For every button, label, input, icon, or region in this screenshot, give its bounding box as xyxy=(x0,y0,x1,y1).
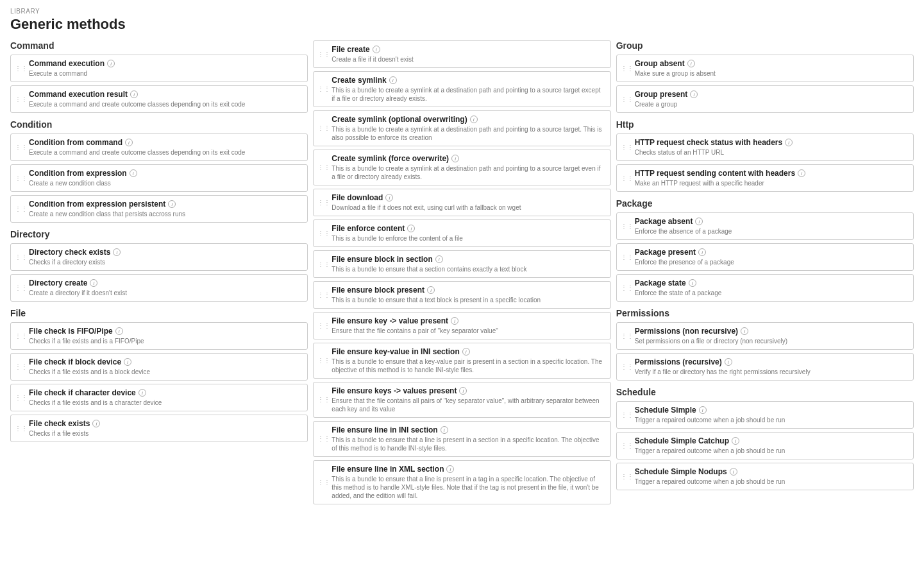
method-card[interactable]: ⋮⋮Directory check existsiChecks if a dir… xyxy=(10,243,308,271)
method-desc: Checks if a file exists xyxy=(29,429,302,438)
method-name-text: File check if character device xyxy=(29,388,136,397)
info-icon[interactable]: i xyxy=(130,169,137,177)
info-icon[interactable]: i xyxy=(389,76,397,84)
method-card[interactable]: ⋮⋮Schedule SimpleiTrigger a repaired out… xyxy=(616,401,914,429)
info-icon[interactable]: i xyxy=(107,60,115,67)
info-icon[interactable]: i xyxy=(699,406,707,414)
method-desc: Create a new condition class that persis… xyxy=(29,210,302,218)
method-card[interactable]: ⋮⋮Create symlink (force overwrite)iThis … xyxy=(313,150,610,185)
method-card[interactable]: ⋮⋮Directory createiCreate a directory if… xyxy=(10,274,308,302)
method-card[interactable]: ⋮⋮Condition from expressioniCreate a new… xyxy=(10,164,308,192)
method-card[interactable]: ⋮⋮File check is FIFO/PipeiChecks if a fi… xyxy=(10,322,308,350)
method-desc: Download a file if it does not exit, usi… xyxy=(332,203,605,212)
drag-handle-icon: ⋮⋮ xyxy=(621,96,634,103)
method-card[interactable]: ⋮⋮File ensure key-value in INI sectioniT… xyxy=(313,343,610,379)
method-name: Permissions (recursive)i xyxy=(635,357,908,366)
method-name: File ensure line in INI sectioni xyxy=(332,425,605,434)
method-name-text: Create symlink (optional overwriting) xyxy=(332,115,467,124)
drag-handle-icon: ⋮⋮ xyxy=(15,175,28,182)
method-name-text: File ensure key-value in INI section xyxy=(332,347,459,356)
method-desc: Enforce the state of a package xyxy=(635,289,908,297)
method-card[interactable]: ⋮⋮Schedule Simple CatchupiTrigger a repa… xyxy=(616,432,914,459)
method-name: Permissions (non recursive)i xyxy=(635,327,908,336)
info-icon[interactable]: i xyxy=(470,116,478,123)
method-name: HTTP request check status with headersi xyxy=(635,138,908,147)
method-desc: Trigger a repaired outcome when a job sh… xyxy=(635,447,908,455)
method-card[interactable]: ⋮⋮File check existsiChecks if a file exi… xyxy=(10,415,308,442)
info-icon[interactable]: i xyxy=(732,437,739,445)
method-card[interactable]: ⋮⋮File ensure key -> value presentiEnsur… xyxy=(313,312,610,339)
info-icon[interactable]: i xyxy=(730,468,737,476)
method-card[interactable]: ⋮⋮Permissions (recursive)iVerify if a fi… xyxy=(616,353,914,381)
method-card[interactable]: ⋮⋮Group presentiCreate a group xyxy=(616,85,914,113)
method-card[interactable]: ⋮⋮File downloadiDownload a file if it do… xyxy=(313,189,610,216)
method-card[interactable]: ⋮⋮HTTP request sending content with head… xyxy=(616,164,914,192)
info-icon[interactable]: i xyxy=(130,90,138,98)
method-card[interactable]: ⋮⋮Permissions (non recursive)iSet permis… xyxy=(616,322,914,350)
method-desc: Enforce the absence of a package xyxy=(635,227,908,236)
section-heading-condition: Condition xyxy=(10,119,308,130)
info-icon[interactable]: i xyxy=(407,225,415,232)
method-card[interactable]: ⋮⋮File ensure keys -> values presentiEns… xyxy=(313,382,610,418)
method-card[interactable]: ⋮⋮File check if block deviceiChecks if a… xyxy=(10,353,308,381)
info-icon[interactable]: i xyxy=(451,317,458,325)
method-name-text: Condition from expression xyxy=(29,169,127,178)
info-icon[interactable]: i xyxy=(798,169,805,177)
info-icon[interactable]: i xyxy=(168,200,176,208)
method-card[interactable]: ⋮⋮Create symlink (optional overwriting)i… xyxy=(313,110,610,146)
info-icon[interactable]: i xyxy=(741,327,748,335)
method-card[interactable]: ⋮⋮HTTP request check status with headers… xyxy=(616,133,914,161)
method-card[interactable]: ⋮⋮Condition from expression persistentiC… xyxy=(10,195,308,223)
drag-handle-icon: ⋮⋮ xyxy=(317,86,330,92)
info-icon[interactable]: i xyxy=(698,248,706,256)
method-card[interactable]: ⋮⋮File enforce contentiThis is a bundle … xyxy=(313,219,610,247)
method-card[interactable]: ⋮⋮File ensure block presentiThis is a bu… xyxy=(313,281,610,309)
method-card[interactable]: ⋮⋮File createiCreate a file if it doesn'… xyxy=(313,40,610,68)
method-card[interactable]: ⋮⋮Schedule Simple NodupsiTrigger a repai… xyxy=(616,463,914,490)
section-heading-file: File xyxy=(10,308,308,318)
info-icon[interactable]: i xyxy=(446,465,454,473)
drag-handle-icon: ⋮⋮ xyxy=(15,425,28,432)
method-card[interactable]: ⋮⋮Condition from commandiExecute a comma… xyxy=(10,133,308,161)
method-name: Package presenti xyxy=(635,248,908,257)
info-icon[interactable]: i xyxy=(695,218,703,225)
info-icon[interactable]: i xyxy=(385,194,393,202)
method-name-text: File ensure line in INI section xyxy=(332,425,437,434)
method-card[interactable]: ⋮⋮Group absentiMake sure a group is abse… xyxy=(616,55,914,82)
info-icon[interactable]: i xyxy=(687,60,695,67)
method-name-text: File enforce content xyxy=(332,224,405,233)
info-icon[interactable]: i xyxy=(124,358,131,366)
method-desc: Make an HTTP request with a specific hea… xyxy=(635,179,908,187)
info-icon[interactable]: i xyxy=(125,139,133,146)
info-icon[interactable]: i xyxy=(462,348,470,356)
info-icon[interactable]: i xyxy=(90,279,97,287)
method-card[interactable]: ⋮⋮Package absentiEnforce the absence of … xyxy=(616,212,914,240)
method-name: Condition from commandi xyxy=(29,138,302,147)
method-card[interactable]: ⋮⋮File check if character deviceiChecks … xyxy=(10,384,308,411)
info-icon[interactable]: i xyxy=(139,389,146,397)
info-icon[interactable]: i xyxy=(785,139,793,146)
method-desc: Checks status of an HTTP URL xyxy=(635,148,908,157)
info-icon[interactable]: i xyxy=(373,46,380,53)
method-card[interactable]: ⋮⋮Command executioniExecute a command xyxy=(10,55,308,82)
info-icon[interactable]: i xyxy=(451,155,459,162)
method-card[interactable]: ⋮⋮Create symlinkiThis is a bundle to cre… xyxy=(313,71,610,107)
info-icon[interactable]: i xyxy=(690,90,698,98)
info-icon[interactable]: i xyxy=(435,255,443,263)
info-icon[interactable]: i xyxy=(427,286,435,294)
info-icon[interactable]: i xyxy=(725,358,732,366)
method-card[interactable]: ⋮⋮File ensure block in sectioniThis is a… xyxy=(313,250,610,278)
info-icon[interactable]: i xyxy=(441,426,448,434)
method-name-text: File ensure line in XML section xyxy=(332,465,444,474)
method-card[interactable]: ⋮⋮Package presentiEnforce the presence o… xyxy=(616,243,914,271)
method-card[interactable]: ⋮⋮Command execution resultiExecute a com… xyxy=(10,85,308,113)
method-card[interactable]: ⋮⋮File ensure line in INI sectioniThis i… xyxy=(313,421,610,457)
method-card[interactable]: ⋮⋮Package stateiEnforce the state of a p… xyxy=(616,274,914,302)
method-card[interactable]: ⋮⋮File ensure line in XML sectioniThis i… xyxy=(313,460,610,504)
info-icon[interactable]: i xyxy=(113,248,121,256)
method-desc: Create a directory if it doesn't exist xyxy=(29,289,302,297)
info-icon[interactable]: i xyxy=(689,279,696,287)
info-icon[interactable]: i xyxy=(115,327,123,335)
info-icon[interactable]: i xyxy=(92,420,100,427)
info-icon[interactable]: i xyxy=(459,387,467,395)
